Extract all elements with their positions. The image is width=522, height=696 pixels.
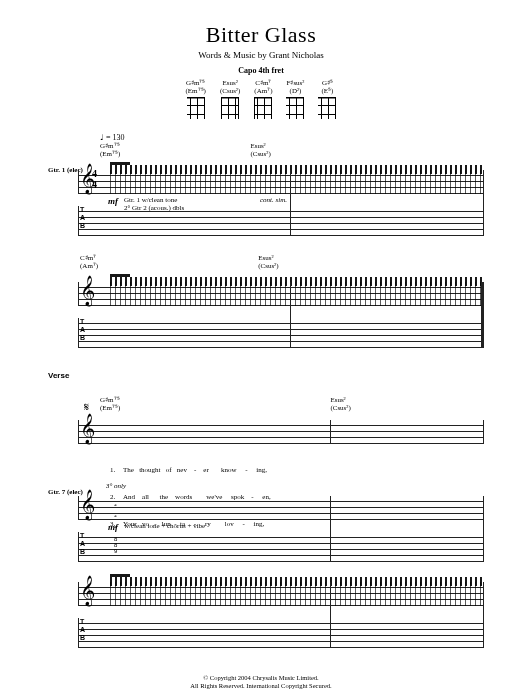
music-staff — [78, 420, 484, 444]
tab-label-icon: TAB — [80, 532, 85, 556]
vocal-system: 𝄞 1.The thought of nev - er know - ing, … — [30, 414, 492, 484]
chord-label: Esus² (Csus²) — [258, 254, 278, 270]
chord-paren: (Csus²) — [220, 87, 240, 95]
chord-name: Esus² — [222, 79, 237, 87]
notation-system: 𝄞 TAB — [30, 572, 492, 656]
chord-grid-icon — [254, 97, 272, 119]
chord-diagram: F♯sus² (D²) — [286, 79, 304, 119]
tab-staff — [78, 532, 484, 562]
chord-diagram-row: G♯m⁷⁵ (Em⁷⁵) Esus² (Csus²) C♯m⁷ (Am⁷) F♯… — [30, 79, 492, 119]
chord-label: Esus² (Csus²) — [330, 396, 350, 412]
capo-instruction: Capo 4th fret — [30, 66, 492, 75]
cont-sim-instruction: cont. sim. — [260, 196, 287, 204]
chord-grid-icon — [221, 97, 239, 119]
repeat-instruction: 3° only — [106, 482, 126, 490]
chord-diagram: G♯⁵ (E⁵) — [318, 79, 336, 119]
chord-name: G♯m⁷⁵ — [186, 79, 206, 87]
dynamic-marking: mf — [108, 196, 118, 206]
chord-grid-icon — [318, 97, 336, 119]
treble-clef-icon: 𝄞 — [80, 490, 95, 520]
song-subtitle: Words & Music by Grant Nicholas — [30, 50, 492, 60]
chord-name: G♯⁵ — [322, 79, 333, 87]
time-signature: 44 — [92, 168, 97, 190]
tab-staff — [78, 318, 484, 348]
song-title: Bitter Glass — [30, 22, 492, 48]
tab-fret-numbers: 889 — [114, 536, 117, 554]
section-label-verse: Verse — [48, 371, 69, 380]
chord-paren: (Am⁷) — [254, 87, 272, 95]
music-staff — [78, 496, 484, 520]
performance-instruction: w/clean tone + chorus + vibe — [124, 522, 205, 530]
dynamic-marking: mf — [108, 522, 118, 532]
chord-label: Esus² (Csus²) — [250, 142, 270, 158]
tab-staff — [78, 206, 484, 236]
tab-staff — [78, 618, 484, 648]
notation-system: 𝄞 44 mf Gtr. 1 w/clean tone2° Gtr 2 (aco… — [30, 160, 492, 242]
tab-label-icon: TAB — [80, 618, 85, 642]
tempo-marking: ♩ = 130 — [100, 133, 125, 142]
copyright-notice: © Copyright 2004 Chrysalis Music Limited… — [0, 674, 522, 690]
segno-icon: 𝄋 — [84, 400, 89, 415]
treble-clef-icon: 𝄞 — [80, 414, 95, 444]
note-stems-icon — [110, 170, 484, 194]
lyric-line: 1.The thought of nev - er know - ing, — [110, 466, 484, 475]
chord-name: C♯m⁷ — [255, 79, 271, 87]
notation-system: Gtr. 7 (elec) 3° only 𝄞 𝅗𝅗𝅗 mf w/clean t… — [30, 486, 492, 570]
chord-grid-icon — [286, 97, 304, 119]
note-stems-icon — [110, 282, 484, 306]
note-stems-icon — [110, 582, 484, 606]
chord-diagram: C♯m⁷ (Am⁷) — [254, 79, 272, 119]
chord-diagram: G♯m⁷⁵ (Em⁷⁵) — [186, 79, 206, 119]
treble-clef-icon: 𝄞 — [80, 276, 95, 306]
chord-grid-icon — [187, 97, 205, 119]
tab-label-icon: TAB — [80, 318, 85, 342]
treble-clef-icon: 𝄞 — [80, 576, 95, 606]
notation-system: 𝄞 TAB — [30, 272, 492, 354]
chord-paren: (D²) — [290, 87, 302, 95]
chord-name: F♯sus² — [286, 79, 304, 87]
guitar-part-label: Gtr. 7 (elec) — [48, 488, 83, 496]
quarter-note-icon: ♩ — [100, 133, 104, 142]
tab-label-icon: TAB — [80, 206, 85, 230]
chord-paren: (Em⁷⁵) — [186, 87, 206, 95]
chord-diagram: Esus² (Csus²) — [220, 79, 240, 119]
chord-label: C♯m⁷ (Am⁷) — [80, 254, 98, 270]
chord-label: G♯m⁷⁵ (Em⁷⁵) — [100, 396, 120, 412]
chord-label: G♯m⁷⁵ (Em⁷⁵) — [100, 142, 120, 158]
chord-paren: (E⁵) — [321, 87, 333, 95]
